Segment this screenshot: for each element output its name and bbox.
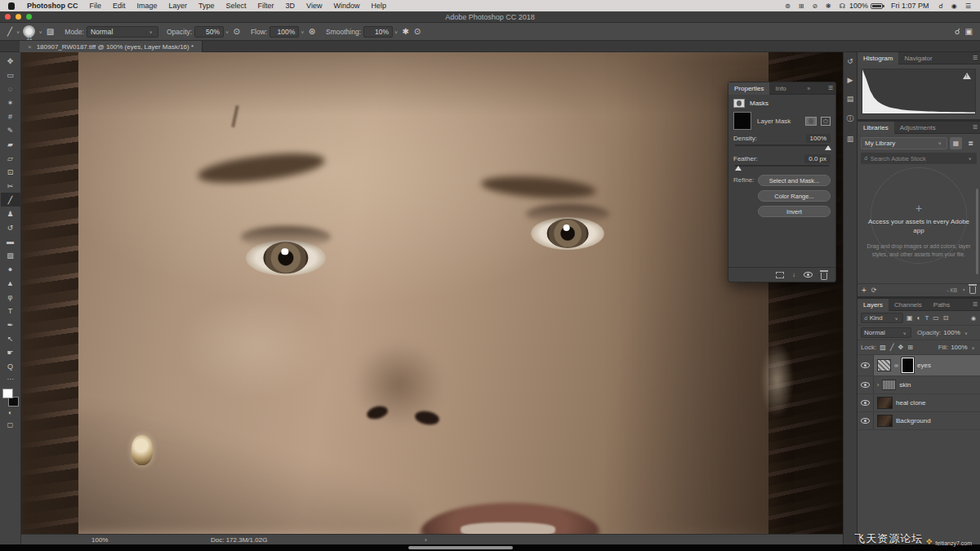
group-disclosure-icon[interactable]: › — [877, 382, 879, 388]
close-tab-icon[interactable]: × — [28, 43, 32, 51]
display-icon[interactable]: ⊞ — [795, 2, 808, 10]
tool-content-aware-move[interactable]: ✂ — [1, 179, 20, 193]
panel-menu-icon[interactable]: ☰ — [970, 124, 980, 131]
tab-histogram[interactable]: Histogram — [858, 52, 898, 64]
panel-menu-icon[interactable]: ☰ — [826, 85, 835, 91]
library-search-input[interactable] — [871, 155, 964, 162]
invert-button[interactable]: Invert — [758, 206, 831, 217]
layer-name[interactable]: heal clone — [896, 399, 925, 407]
tool-hand[interactable]: ☛ — [1, 345, 20, 359]
menu-image[interactable]: Image — [131, 2, 163, 10]
filter-pixel-layers-icon[interactable]: ▣ — [906, 314, 914, 322]
layer-mask-thumbnail[interactable] — [733, 112, 751, 130]
tool-type[interactable]: T — [1, 304, 20, 318]
battery-icon[interactable] — [871, 3, 883, 9]
photo-canvas[interactable] — [21, 52, 843, 534]
tab-navigator[interactable]: Navigator — [898, 52, 938, 64]
smoothing-dropdown[interactable]: 10% — [363, 26, 393, 38]
flow-dropdown[interactable]: 100% — [270, 26, 299, 38]
workspace-switcher-icon[interactable]: ▣ — [963, 27, 975, 36]
visibility-eye-icon[interactable] — [861, 418, 870, 424]
filter-smart-objects-icon[interactable]: ⊡ — [942, 314, 950, 322]
network-icon[interactable]: ❋ — [822, 2, 835, 10]
feather-slider[interactable] — [735, 165, 829, 167]
load-selection-icon[interactable] — [776, 272, 784, 278]
tool-marquee[interactable]: ▭ — [1, 68, 20, 82]
menu-window[interactable]: Window — [327, 2, 365, 10]
delete-library-item-trash-icon[interactable] — [969, 287, 976, 294]
do-not-disturb-icon[interactable]: ⊘ — [808, 2, 822, 10]
layer-name[interactable]: Background — [896, 417, 931, 424]
tool-crop[interactable]: # — [1, 109, 20, 123]
filter-adjustment-layers-icon[interactable]: ◐ — [916, 314, 922, 322]
feather-value-field[interactable]: 0.0 px — [804, 154, 831, 163]
color-swatches[interactable] — [2, 389, 20, 407]
menu-edit[interactable]: Edit — [107, 2, 131, 10]
info-panel-icon[interactable]: ⓘ — [847, 113, 854, 124]
blend-mode-dropdown[interactable]: Normal∨ — [87, 26, 158, 38]
layer-blend-mode-dropdown[interactable]: Normal ∨ — [861, 327, 911, 338]
select-and-mask-button[interactable]: Select and Mask... — [758, 175, 831, 186]
cached-data-warning-icon[interactable] — [963, 73, 971, 79]
tool-sharpen[interactable]: ▲ — [1, 276, 20, 290]
fill-value[interactable]: 100% — [951, 344, 967, 351]
tool-gradient[interactable]: ▧ — [1, 248, 20, 262]
layer-mask-thumbnail[interactable] — [902, 358, 914, 373]
add-asset-plus-icon[interactable]: + — [858, 202, 980, 215]
foreground-color-swatch[interactable] — [2, 389, 13, 398]
smoothing-options-gear-icon[interactable]: ✱ — [399, 27, 411, 36]
layer-thumbnail[interactable] — [877, 397, 893, 409]
measurement-log-panel-icon[interactable]: ▥ — [847, 135, 854, 143]
history-panel-icon[interactable]: ↺ — [847, 57, 853, 65]
pixel-mask-button-icon[interactable] — [805, 117, 817, 126]
menu-filter[interactable]: Filter — [252, 2, 280, 10]
tab-info[interactable]: Info — [769, 82, 791, 95]
zoom-level-field[interactable]: 100% — [91, 536, 108, 544]
menu-view[interactable]: View — [301, 2, 327, 10]
opacity-dropdown[interactable]: 50% — [194, 26, 224, 38]
tool-move[interactable]: ✥ — [1, 54, 20, 68]
pressure-opacity-icon[interactable]: ⊙ — [231, 27, 243, 36]
menu-select[interactable]: Select — [220, 2, 252, 10]
visibility-eye-icon[interactable] — [861, 362, 870, 368]
screen-mode-button[interactable]: ▢ — [1, 419, 20, 431]
tool-lasso[interactable]: ◌ — [1, 82, 20, 96]
delete-mask-trash-icon[interactable] — [821, 273, 827, 280]
layer-row-eyes[interactable]: ∞ eyes — [858, 355, 980, 376]
tool-patch[interactable]: ⊡ — [1, 165, 20, 179]
feather-slider-thumb[interactable] — [735, 166, 742, 171]
brush-tool-icon[interactable]: ╱ — [5, 27, 15, 36]
density-slider-thumb[interactable] — [825, 145, 831, 150]
edit-toolbar-button[interactable]: ⋯ — [1, 373, 20, 385]
visibility-eye-icon[interactable] — [861, 382, 870, 388]
lock-transparency-icon[interactable]: ▨ — [879, 344, 887, 351]
spotlight-icon[interactable]: ☌ — [934, 2, 947, 10]
adjustment-layer-thumbnail[interactable] — [877, 359, 891, 371]
color-range-button[interactable]: Color Range... — [758, 190, 831, 202]
layer-visibility-cell[interactable] — [858, 394, 874, 411]
tab-channels[interactable]: Channels — [889, 299, 928, 311]
layer-opacity-value[interactable]: 100% — [943, 329, 960, 336]
visibility-eye-icon[interactable] — [861, 400, 870, 406]
apply-mask-icon[interactable]: ↓ — [792, 271, 795, 278]
list-view-icon[interactable]: ≣ — [964, 137, 977, 149]
menu-help[interactable]: Help — [365, 2, 392, 10]
tool-eraser[interactable]: ▬ — [1, 234, 20, 248]
layer-row-skin[interactable]: › skin — [858, 376, 980, 394]
density-slider[interactable] — [735, 144, 829, 146]
menu-clock[interactable]: Fri 1:07 PM — [885, 2, 935, 10]
grid-view-icon[interactable]: ▦ — [950, 137, 962, 149]
layer-visibility-cell[interactable] — [858, 355, 874, 375]
tool-eyedropper[interactable]: ✎ — [1, 123, 20, 137]
tab-layers[interactable]: Layers — [858, 299, 889, 311]
status-options-chevron[interactable]: › — [425, 536, 427, 544]
disable-mask-eye-icon[interactable] — [804, 272, 813, 278]
menu-photoshop[interactable]: Photoshop CC — [21, 2, 84, 10]
tool-clone-stamp[interactable]: ♟ — [1, 207, 20, 220]
filter-shape-layers-icon[interactable]: ▭ — [932, 314, 940, 322]
layer-row-heal-clone[interactable]: heal clone — [858, 394, 980, 412]
tool-history-brush[interactable]: ↺ — [1, 220, 20, 234]
library-search-bar[interactable]: ☌ ∨ — [861, 153, 977, 164]
tool-healing-brush[interactable]: ▱ — [1, 151, 20, 165]
menu-3d[interactable]: 3D — [280, 2, 301, 10]
